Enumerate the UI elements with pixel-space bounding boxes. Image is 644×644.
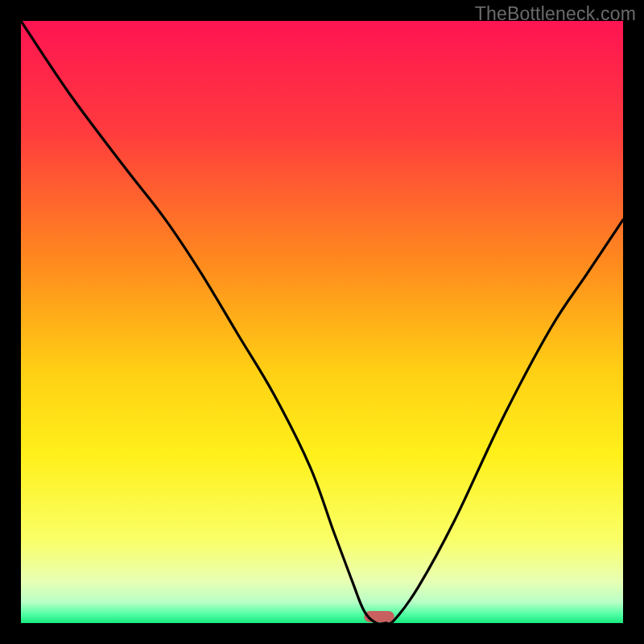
watermark-text: TheBottleneck.com <box>475 3 636 25</box>
chart-frame: TheBottleneck.com <box>0 0 644 644</box>
bottleneck-chart <box>21 21 623 623</box>
plot-area <box>21 21 623 623</box>
gradient-background <box>21 21 623 623</box>
